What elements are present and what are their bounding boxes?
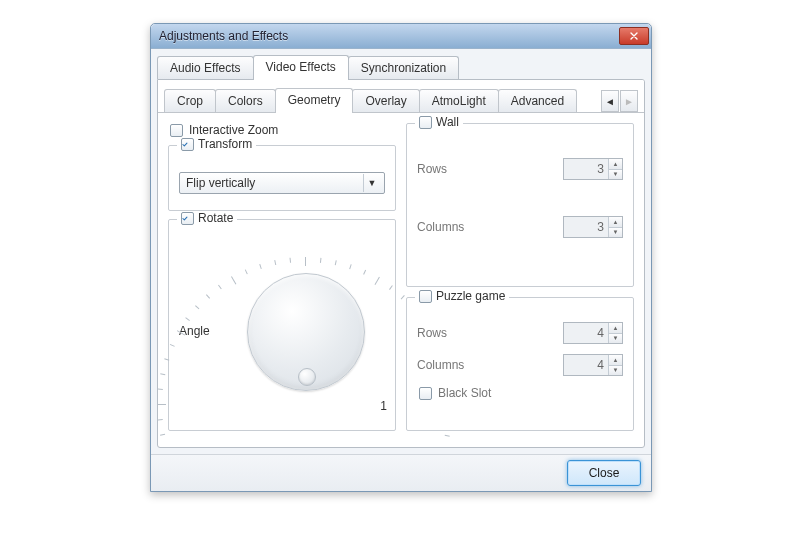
angle-label: Angle bbox=[179, 324, 217, 338]
angle-knob-indicator bbox=[298, 368, 316, 386]
spin-down-button[interactable]: ▼ bbox=[608, 169, 622, 180]
wall-checkbox[interactable] bbox=[419, 116, 432, 129]
wall-columns-spinner[interactable]: 3 ▲ ▼ bbox=[563, 216, 623, 238]
rotate-legend: Rotate bbox=[177, 211, 237, 225]
transform-legend: Transform bbox=[177, 137, 256, 151]
dropdown-arrow-icon: ▼ bbox=[363, 174, 380, 192]
tab-label: Video Effects bbox=[266, 60, 336, 74]
subtab-scroll-right-button[interactable]: ► bbox=[620, 90, 638, 112]
puzzle-rows-spinner[interactable]: 4 ▲ ▼ bbox=[563, 322, 623, 344]
subtabstrip: Crop Colors Geometry Overlay AtmoLight A… bbox=[158, 80, 644, 112]
transform-mode-select[interactable]: Flip vertically ▼ bbox=[179, 172, 385, 194]
close-button[interactable]: Close bbox=[567, 460, 641, 486]
desktop-background: Adjustments and Effects Audio Effects Vi… bbox=[0, 0, 800, 560]
puzzle-columns-spinner[interactable]: 4 ▲ ▼ bbox=[563, 354, 623, 376]
angle-knob-area: 1 bbox=[225, 251, 385, 411]
subtab-atmolight[interactable]: AtmoLight bbox=[419, 89, 499, 112]
puzzle-legend: Puzzle game bbox=[415, 289, 509, 303]
black-slot-label: Black Slot bbox=[438, 386, 491, 400]
rotate-label: Rotate bbox=[198, 211, 233, 225]
geometry-left-column: Interactive Zoom Transform Fli bbox=[168, 123, 396, 431]
geometry-right-column: Wall Rows 3 ▲ ▼ bbox=[406, 123, 634, 431]
tab-audio-effects[interactable]: Audio Effects bbox=[157, 56, 254, 79]
puzzle-columns-label: Columns bbox=[417, 358, 563, 372]
wall-columns-row: Columns 3 ▲ ▼ bbox=[417, 216, 623, 238]
spin-up-button[interactable]: ▲ bbox=[608, 323, 622, 333]
transform-group: Transform Flip vertically ▼ bbox=[168, 145, 396, 211]
spin-up-button[interactable]: ▲ bbox=[608, 355, 622, 365]
puzzle-columns-value: 4 bbox=[564, 355, 608, 375]
geometry-panel: Interactive Zoom Transform Fli bbox=[158, 112, 644, 437]
subtab-label: Colors bbox=[228, 94, 263, 108]
spin-down-button[interactable]: ▼ bbox=[608, 333, 622, 344]
wall-group: Wall Rows 3 ▲ ▼ bbox=[406, 123, 634, 287]
wall-rows-label: Rows bbox=[417, 162, 563, 176]
rotate-checkbox[interactable] bbox=[181, 212, 194, 225]
angle-value: 1 bbox=[380, 399, 387, 413]
tab-video-effects[interactable]: Video Effects bbox=[253, 55, 349, 80]
spin-up-button[interactable]: ▲ bbox=[608, 159, 622, 169]
dialog-footer: Close bbox=[151, 454, 651, 491]
spin-up-button[interactable]: ▲ bbox=[608, 217, 622, 227]
subtab-label: Advanced bbox=[511, 94, 564, 108]
angle-knob[interactable] bbox=[247, 273, 365, 391]
subtab-geometry[interactable]: Geometry bbox=[275, 88, 354, 113]
adjustments-effects-window: Adjustments and Effects Audio Effects Vi… bbox=[150, 23, 652, 492]
interactive-zoom-checkbox[interactable] bbox=[170, 124, 183, 137]
subtab-overlay[interactable]: Overlay bbox=[352, 89, 419, 112]
puzzle-label: Puzzle game bbox=[436, 289, 505, 303]
interactive-zoom-label: Interactive Zoom bbox=[189, 123, 278, 137]
puzzle-rows-row: Rows 4 ▲ ▼ bbox=[417, 322, 623, 344]
tab-label: Synchronization bbox=[361, 61, 446, 75]
close-icon bbox=[630, 32, 638, 40]
black-slot-checkbox[interactable] bbox=[419, 387, 432, 400]
transform-label: Transform bbox=[198, 137, 252, 151]
puzzle-rows-label: Rows bbox=[417, 326, 563, 340]
tab-synchronization[interactable]: Synchronization bbox=[348, 56, 459, 79]
wall-rows-spinner[interactable]: 3 ▲ ▼ bbox=[563, 158, 623, 180]
wall-rows-row: Rows 3 ▲ ▼ bbox=[417, 158, 623, 180]
transform-selected-value: Flip vertically bbox=[186, 176, 363, 190]
checkmark-icon bbox=[182, 140, 188, 149]
wall-rows-value: 3 bbox=[564, 159, 608, 179]
wall-columns-label: Columns bbox=[417, 220, 563, 234]
puzzle-group: Puzzle game Rows 4 ▲ ▼ bbox=[406, 297, 634, 431]
transform-checkbox[interactable] bbox=[181, 138, 194, 151]
checkmark-icon bbox=[182, 214, 188, 223]
window-titlebar[interactable]: Adjustments and Effects bbox=[151, 24, 651, 49]
subtab-crop[interactable]: Crop bbox=[164, 89, 216, 112]
close-button-label: Close bbox=[589, 466, 620, 480]
wall-legend: Wall bbox=[415, 115, 463, 129]
puzzle-checkbox[interactable] bbox=[419, 290, 432, 303]
spin-down-button[interactable]: ▼ bbox=[608, 365, 622, 376]
wall-columns-value: 3 bbox=[564, 217, 608, 237]
puzzle-rows-value: 4 bbox=[564, 323, 608, 343]
tab-label: Audio Effects bbox=[170, 61, 241, 75]
interactive-zoom-row: Interactive Zoom bbox=[168, 123, 396, 137]
subtab-label: AtmoLight bbox=[432, 94, 486, 108]
window-title: Adjustments and Effects bbox=[159, 29, 619, 43]
wall-label: Wall bbox=[436, 115, 459, 129]
subtab-scroll-left-button[interactable]: ◄ bbox=[601, 90, 619, 112]
subtab-colors[interactable]: Colors bbox=[215, 89, 276, 112]
subtab-label: Crop bbox=[177, 94, 203, 108]
video-effects-panel: Crop Colors Geometry Overlay AtmoLight A… bbox=[157, 79, 645, 448]
subtab-advanced[interactable]: Advanced bbox=[498, 89, 577, 112]
spin-down-button[interactable]: ▼ bbox=[608, 227, 622, 238]
window-close-button[interactable] bbox=[619, 27, 649, 45]
black-slot-row: Black Slot bbox=[417, 386, 623, 400]
subtab-label: Overlay bbox=[365, 94, 406, 108]
rotate-group: Rotate Angle 1 bbox=[168, 219, 396, 431]
subtab-label: Geometry bbox=[288, 93, 341, 107]
subtab-scroll-controls: ◄ ► bbox=[601, 90, 638, 112]
puzzle-columns-row: Columns 4 ▲ ▼ bbox=[417, 354, 623, 376]
primary-tabstrip: Audio Effects Video Effects Synchronizat… bbox=[151, 49, 651, 79]
